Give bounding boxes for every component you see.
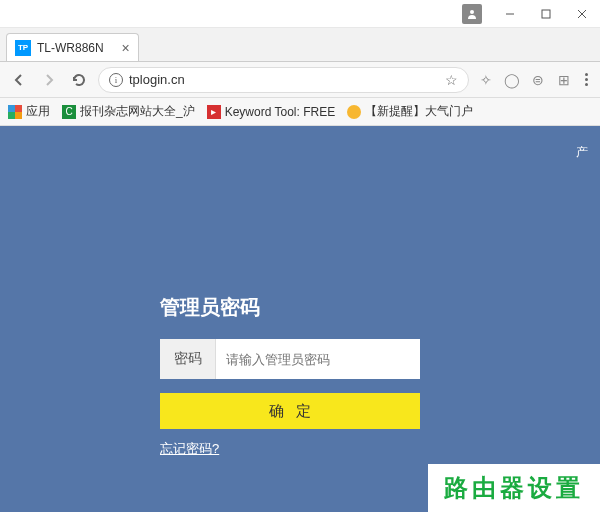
bookmark-item-3[interactable]: 【新提醒】大气门户 — [347, 103, 473, 120]
extension-icon-3[interactable]: ⊜ — [529, 71, 547, 89]
extension-icon-4[interactable]: ⊞ — [555, 71, 573, 89]
bookmarks-bar: 应用 C报刊杂志网站大全_沪 ▸Keyword Tool: FREE 【新提醒】… — [0, 98, 600, 126]
bookmark-item-2[interactable]: ▸Keyword Tool: FREE — [207, 105, 336, 119]
login-form: 管理员密码 密码 确定 忘记密码? — [160, 294, 420, 458]
url-field[interactable]: i tplogin.cn ☆ — [98, 67, 469, 93]
password-label: 密码 — [160, 339, 216, 379]
maximize-button[interactable] — [528, 0, 564, 28]
bookmark-label-3: 【新提醒】大气门户 — [365, 103, 473, 120]
bookmark-star-icon[interactable]: ☆ — [445, 72, 458, 88]
password-row: 密码 — [160, 339, 420, 379]
url-text: tplogin.cn — [129, 72, 439, 87]
tab-title: TL-WR886N — [37, 41, 104, 55]
bookmark-icon-1: C — [62, 105, 76, 119]
browser-tab[interactable]: TP TL-WR886N × — [6, 33, 139, 61]
browser-menu-button[interactable] — [581, 73, 592, 86]
bookmark-icon-3 — [347, 105, 361, 119]
forward-button[interactable] — [38, 69, 60, 91]
watermark: 路由器设置 — [428, 464, 600, 512]
close-button[interactable] — [564, 0, 600, 28]
bookmark-label-2: Keyword Tool: FREE — [225, 105, 336, 119]
svg-point-0 — [470, 10, 474, 14]
reload-button[interactable] — [68, 69, 90, 91]
extension-icon-1[interactable]: ✧ — [477, 71, 495, 89]
submit-button[interactable]: 确定 — [160, 393, 420, 429]
extension-icon-2[interactable]: ◯ — [503, 71, 521, 89]
apps-icon — [8, 105, 22, 119]
person-icon — [467, 9, 477, 19]
tab-bar: TP TL-WR886N × — [0, 28, 600, 62]
svg-rect-2 — [542, 10, 550, 18]
site-info-icon[interactable]: i — [109, 73, 123, 87]
window-titlebar — [0, 0, 600, 28]
apps-label: 应用 — [26, 103, 50, 120]
login-title: 管理员密码 — [160, 294, 420, 321]
address-bar: i tplogin.cn ☆ ✧ ◯ ⊜ ⊞ — [0, 62, 600, 98]
forgot-password-link[interactable]: 忘记密码? — [160, 441, 219, 456]
bookmark-label-1: 报刊杂志网站大全_沪 — [80, 103, 195, 120]
bookmark-item-1[interactable]: C报刊杂志网站大全_沪 — [62, 103, 195, 120]
page-content: 产 管理员密码 密码 确定 忘记密码? 路由器设置 — [0, 126, 600, 512]
password-input[interactable] — [216, 339, 420, 379]
apps-button[interactable]: 应用 — [8, 103, 50, 120]
minimize-button[interactable] — [492, 0, 528, 28]
user-icon — [462, 4, 482, 24]
bookmark-icon-2: ▸ — [207, 105, 221, 119]
tab-close-icon[interactable]: × — [122, 40, 130, 56]
back-button[interactable] — [8, 69, 30, 91]
page-corner-text: 产 — [576, 144, 588, 161]
tab-favicon: TP — [15, 40, 31, 56]
